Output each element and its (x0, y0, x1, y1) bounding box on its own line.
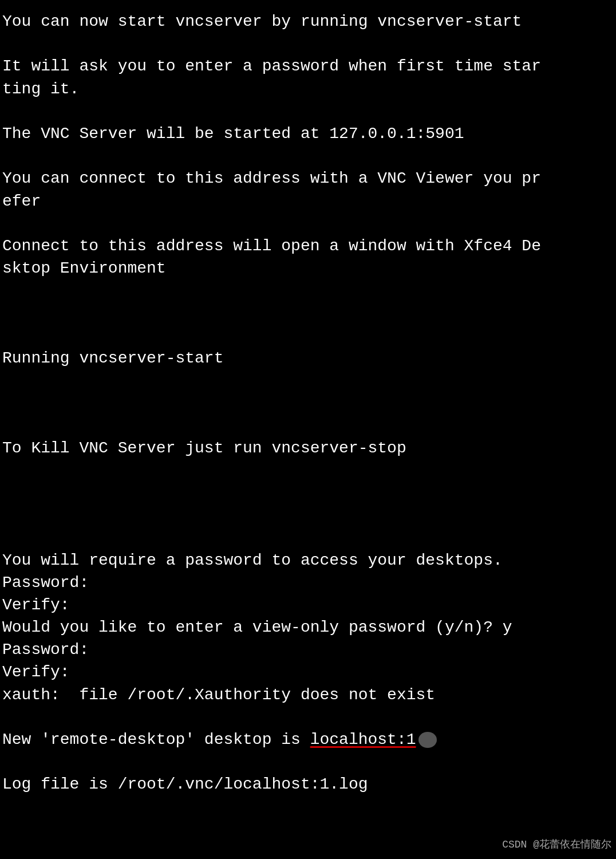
blank-line (2, 100, 614, 123)
blank-line (2, 325, 614, 347)
blank-line (2, 392, 614, 414)
blank-line (2, 33, 614, 55)
blank-line (2, 369, 614, 392)
blank-line (2, 482, 614, 504)
terminal-line: Connect to this address will open a wind… (2, 235, 614, 257)
terminal-line: ting it. (2, 78, 614, 100)
terminal-line: Password: (2, 572, 614, 594)
localhost-underline: localhost:1 (310, 731, 416, 748)
blank-line (2, 145, 614, 167)
blank-line (2, 504, 614, 526)
terminal-line: Password: (2, 639, 614, 661)
terminal-line: You can connect to this address with a V… (2, 167, 614, 190)
terminal-line-desktop: New 'remote-desktop' desktop is localhos… (2, 728, 614, 751)
blank-line (2, 279, 614, 302)
cursor-icon (418, 732, 437, 748)
terminal-line: Verify: (2, 594, 614, 616)
terminal-line: It will ask you to enter a password when… (2, 55, 614, 77)
terminal-line: Log file is /root/.vnc/localhost:1.log (2, 773, 614, 795)
blank-line (2, 212, 614, 235)
blank-line (2, 706, 614, 728)
terminal-line: To Kill VNC Server just run vncserver-st… (2, 437, 614, 459)
blank-line (2, 302, 614, 324)
terminal-output: You can now start vncserver by running v… (2, 6, 614, 801)
terminal-line: Would you like to enter a view-only pass… (2, 616, 614, 639)
watermark-text: CSDN @花蕾依在情随尔 (502, 838, 611, 852)
terminal-line: sktop Environment (2, 257, 614, 279)
terminal-line: Running vncserver-start (2, 347, 614, 369)
terminal-line: You will require a password to access yo… (2, 549, 614, 572)
terminal-line: efer (2, 190, 614, 212)
blank-line (2, 414, 614, 436)
blank-line (2, 459, 614, 482)
terminal-line: The VNC Server will be started at 127.0.… (2, 123, 614, 145)
blank-line (2, 751, 614, 773)
terminal-line: xauth: file /root/.Xauthority does not e… (2, 684, 614, 706)
terminal-line: You can now start vncserver by running v… (2, 10, 614, 33)
blank-line (2, 526, 614, 549)
terminal-line: Verify: (2, 661, 614, 683)
